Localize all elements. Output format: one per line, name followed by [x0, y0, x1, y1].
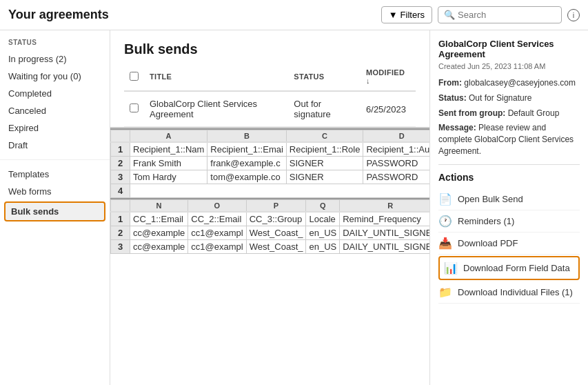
ss-cell-2d: PASSWORD [363, 157, 429, 170]
ss-cell-3b: tom@example.co [207, 170, 287, 184]
bottom-3o: cc1@exampl [188, 240, 246, 254]
col-a: A [130, 130, 207, 143]
sidebar-item-in-progress[interactable]: In progress (2) [0, 50, 110, 68]
sidebar-item-canceled[interactable]: Canceled [0, 102, 110, 119]
action-download-individual-files[interactable]: 📁 Download Individual Files (1) [438, 282, 580, 304]
row-checkbox-cell[interactable] [124, 91, 144, 127]
spreadsheet-bottom-table: N O P Q R S T U V W [110, 199, 429, 254]
ss-cell-1c: Recipient_1::Role [286, 142, 363, 157]
ss-cell-2a: Frank Smith [130, 157, 207, 170]
row-status: Out for signature [288, 91, 361, 127]
action-download-pdf[interactable]: 📥 Download PDF [438, 233, 580, 255]
page-title: Your agreements [8, 8, 109, 22]
row-num-3: 3 [111, 170, 130, 184]
ss-data-row-4: 4 [111, 184, 430, 198]
th-title: TITLE [144, 63, 288, 91]
ss-cell-1b: Recipient_1::Emai [207, 142, 287, 157]
detail-group: Sent from group: Default Group [438, 108, 580, 119]
action-download-form-field-data[interactable]: 📊 Download Form Field Data [438, 256, 580, 280]
bottom-data-row-2: 2 cc@example cc1@exampl West_Coast_ en_U… [111, 226, 430, 240]
spreadsheet-top-table: A B C D E F G H I J K L [110, 130, 429, 198]
bottom-row-num-2: 2 [111, 226, 130, 240]
bulk-sends-heading: Bulk sends [124, 41, 416, 57]
col-n: N [130, 200, 188, 213]
table-container: TITLE STATUS MODIFIED ↓ GlobalCorp Clien… [110, 63, 429, 127]
detail-from-value: globalcasey@caseyjones.com [464, 78, 576, 88]
bottom-2n: cc@example [130, 226, 188, 240]
ss-data-row-3: 3 Tom Hardy tom@example.co SIGNER PASSWO… [111, 170, 430, 184]
main-layout: STATUS In progress (2) Waiting for you (… [0, 30, 588, 385]
download-pdf-icon: 📥 [438, 237, 452, 250]
sidebar-item-web-forms[interactable]: Web forms [0, 183, 110, 200]
row-num-1: 1 [111, 142, 130, 157]
sidebar-item-expired[interactable]: Expired [0, 119, 110, 137]
bottom-1n: CC_1::Email [130, 212, 188, 226]
filter-button[interactable]: ▼ Filters [381, 6, 432, 23]
row-title: GlobalCorp Client Services Agreement [144, 91, 288, 127]
search-icon: 🔍 [444, 10, 455, 20]
spreadsheet-bottom: N O P Q R S T U V W [110, 198, 429, 254]
bottom-3n: cc@example [130, 240, 188, 254]
bottom-2r: DAILY_UNTIL_SIGNED [340, 226, 429, 240]
col-c: C [286, 130, 363, 143]
row-modified: 6/25/2023 [361, 91, 416, 127]
filter-icon: ▼ [389, 10, 398, 20]
detail-status: Status: Out for Signature [438, 92, 580, 104]
bottom-data-row-3: 3 cc@example cc1@exampl West_Coast_ en_U… [111, 240, 430, 254]
ss-cell-3d: PASSWORD [363, 170, 429, 184]
search-box: 🔍 [438, 6, 562, 23]
row-num-4: 4 [111, 184, 130, 198]
info-icon[interactable]: i [567, 9, 580, 21]
top-bar: Your agreements ▼ Filters 🔍 i [0, 0, 588, 30]
row-checkbox[interactable] [130, 103, 139, 112]
bottom-3r: DAILY_UNTIL_SIGNED [340, 240, 429, 254]
spreadsheet-top: A B C D E F G H I J K L [110, 128, 429, 198]
bulk-sends-table: TITLE STATUS MODIFIED ↓ GlobalCorp Clien… [124, 63, 416, 127]
spreadsheet-section: A B C D E F G H I J K L [110, 127, 429, 385]
action-reminders[interactable]: 🕐 Reminders (1) [438, 210, 580, 233]
detail-subtitle: Created Jun 25, 2023 11:08 AM [438, 62, 580, 70]
download-form-field-icon: 📊 [444, 261, 458, 275]
action-reminders-label: Reminders (1) [458, 216, 514, 226]
action-open-bulk-send[interactable]: 📄 Open Bulk Send [438, 188, 580, 210]
ss-cell-1a: Recipient_1::Nam [130, 142, 207, 157]
th-checkbox [124, 63, 144, 91]
bottom-2q: en_US [306, 226, 340, 240]
col-b: B [207, 130, 287, 143]
sidebar-item-draft[interactable]: Draft [0, 137, 110, 154]
bottom-1p: CC_3::Group [246, 212, 306, 226]
sidebar-item-completed[interactable]: Completed [0, 85, 110, 102]
detail-from: From: globalcasey@caseyjones.com [438, 77, 580, 89]
detail-title: GlobalCorp Client Services Agreement [438, 39, 580, 59]
ss-cell-2c: SIGNER [286, 157, 363, 170]
detail-message-label: Message: [438, 123, 476, 132]
bottom-header-row: 1 CC_1::Email CC_2::Email CC_3::Group Lo… [111, 212, 430, 226]
sidebar-item-bulk-sends[interactable]: Bulk sends [4, 201, 105, 221]
col-q: Q [306, 200, 340, 213]
sidebar-item-waiting[interactable]: Waiting for you (0) [0, 68, 110, 85]
bottom-3p: West_Coast_ [246, 240, 306, 254]
ss-data-row-2: 2 Frank Smith frank@example.c SIGNER PAS… [111, 157, 430, 170]
bottom-1r: Remind_Frequency [340, 212, 429, 226]
bulk-sends-panel: Bulk sends TITLE STATUS MODIFIED ↓ [110, 30, 429, 127]
bottom-1q: Locale [306, 212, 340, 226]
detail-group-value: Default Group [508, 108, 560, 118]
actions-title: Actions [438, 172, 580, 183]
bottom-row-num-3: 3 [111, 240, 130, 254]
filter-label: Filters [401, 10, 425, 20]
col-p: P [246, 200, 306, 213]
action-download-individual-label: Download Individual Files (1) [458, 287, 573, 297]
col-o: O [188, 200, 246, 213]
select-all-checkbox[interactable] [130, 72, 139, 81]
reminders-icon: 🕐 [438, 215, 452, 228]
search-input[interactable] [458, 10, 554, 20]
download-individual-icon: 📁 [438, 286, 452, 299]
bottom-2o: cc1@exampl [188, 226, 246, 240]
sidebar-item-templates[interactable]: Templates [0, 166, 110, 183]
ss-cell-3a: Tom Hardy [130, 170, 207, 184]
action-open-bulk-send-label: Open Bulk Send [458, 194, 523, 204]
th-modified: MODIFIED ↓ [361, 63, 416, 91]
row-num-2: 2 [111, 157, 130, 170]
table-row[interactable]: GlobalCorp Client Services Agreement Out… [124, 91, 416, 127]
sidebar-divider [0, 159, 110, 160]
